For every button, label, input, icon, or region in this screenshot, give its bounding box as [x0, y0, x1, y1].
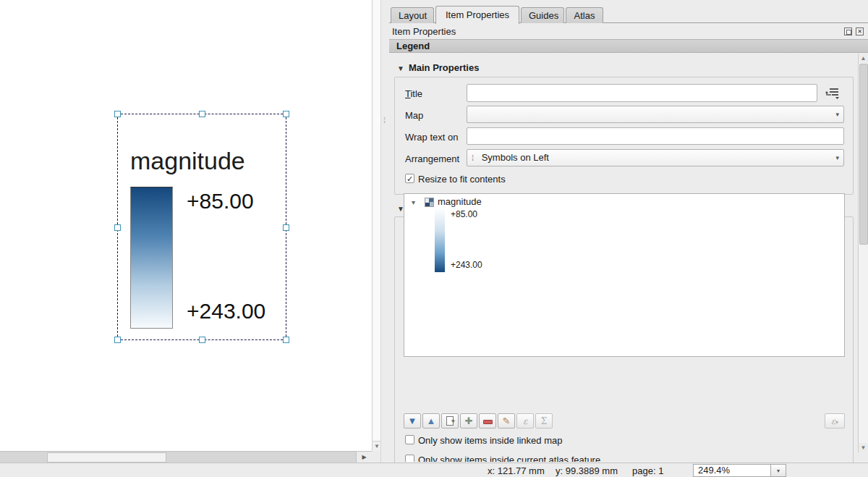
resize-handle-n[interactable]: [199, 111, 205, 117]
panel-scrollbar-thumb[interactable]: [859, 64, 868, 245]
cursor-y-readout: y: 99.3889 mm: [556, 465, 618, 476]
legend-items-toolbar: ▼ ▲ ✚ ✎ ε Σ ε▾: [404, 413, 845, 429]
cutoff-checkbox-row: Only show items inside current atlas fea…: [404, 454, 838, 462]
count-features-button: Σ: [535, 413, 553, 429]
legend-preview-min-label: +243.00: [187, 299, 265, 324]
zoom-level-input[interactable]: 249.4%: [693, 464, 771, 477]
item-type-header: Legend: [389, 39, 868, 53]
resize-handle-sw[interactable]: [114, 337, 121, 343]
chevron-down-icon: ▾: [835, 150, 839, 166]
remove-item-icon: [483, 420, 493, 424]
move-up-icon: ▲: [427, 415, 436, 426]
arrangement-label: Arrangement: [405, 153, 459, 164]
wrap-text-label: Wrap text on: [405, 132, 458, 143]
raster-layer-icon: [425, 198, 434, 207]
float-panel-icon[interactable]: [844, 28, 852, 35]
tab-guides[interactable]: Guides: [521, 7, 564, 23]
expression-button: ε: [516, 413, 534, 429]
qgis-layout-window: magnitude +85.00 +243.00 ▼ ▶ ⁞ ····· Lay…: [0, 0, 868, 477]
panel-splitter[interactable]: ⁞: [380, 0, 389, 463]
add-group-button[interactable]: [441, 413, 459, 429]
scroll-up-icon[interactable]: ▲: [859, 54, 868, 63]
add-item-button[interactable]: ✚: [460, 413, 477, 429]
page-readout: page: 1: [632, 465, 663, 476]
legend-preview-max-label: +85.00: [187, 189, 254, 214]
remove-item-button[interactable]: [479, 413, 496, 429]
panel-tabbar: Layout Item Properties Guides Atlas: [389, 6, 868, 23]
panel-title: Item Properties: [392, 26, 456, 37]
legend-preview-gradient-bar: [130, 187, 173, 329]
resize-to-fit-label: Resize to fit contents: [418, 174, 506, 185]
data-defined-expression-button: ε▾: [825, 413, 845, 429]
add-group-icon: [446, 416, 454, 426]
scroll-right-icon[interactable]: ▶: [356, 452, 372, 463]
scroll-down-icon[interactable]: ▼: [859, 443, 868, 452]
atlas-feature-checkbox[interactable]: [405, 455, 414, 462]
add-item-icon: ✚: [465, 415, 473, 426]
resize-handle-s[interactable]: [199, 337, 205, 343]
arrangement-combobox[interactable]: ⁞ Symbols on Left ▾: [467, 149, 844, 166]
tree-max-label: +85.00: [451, 209, 477, 219]
only-linked-map-checkbox[interactable]: [405, 435, 414, 444]
move-item-down-button[interactable]: ▼: [404, 413, 421, 429]
only-linked-map-label: Only show items inside linked map: [418, 435, 562, 446]
wrap-text-input[interactable]: [467, 127, 844, 145]
layout-canvas[interactable]: magnitude +85.00 +243.00: [0, 0, 372, 451]
resize-to-fit-checkbox[interactable]: ✓: [405, 174, 414, 183]
canvas-vertical-scrollbar[interactable]: ▼: [372, 0, 380, 451]
collapse-icon: ▼: [397, 64, 404, 72]
cursor-x-readout: x: 121.77 mm: [488, 465, 545, 476]
panel-scrollbar[interactable]: ▲ ▼: [858, 54, 868, 452]
count-icon: Σ: [541, 416, 547, 426]
map-label: Map: [405, 110, 423, 121]
edit-item-icon: ✎: [503, 415, 511, 426]
close-panel-icon[interactable]: ✕: [856, 28, 864, 35]
legend-items-tree[interactable]: ▾ magnitude +85.00 +243.00: [404, 193, 845, 357]
tree-layer-label[interactable]: magnitude: [438, 196, 482, 207]
zoom-dropdown-button[interactable]: ▾: [770, 464, 786, 477]
main-properties-header[interactable]: ▼Main Properties: [397, 62, 479, 73]
status-bar: x: 121.77 mm y: 99.3889 mm page: 1 249.4…: [0, 463, 868, 477]
edit-item-button[interactable]: ✎: [498, 413, 515, 429]
atlas-feature-label: Only show items inside current atlas fea…: [418, 455, 600, 462]
tree-expander-icon[interactable]: ▾: [412, 198, 415, 206]
title-input[interactable]: [467, 84, 817, 102]
resize-handle-se[interactable]: [283, 337, 289, 343]
tree-min-label: +243.00: [451, 260, 482, 270]
splitter-handle-icon: ⁞: [383, 118, 386, 123]
legend-preview-title: magnitude: [130, 147, 289, 175]
resize-handle-e[interactable]: [283, 224, 289, 231]
tree-gradient-ramp: [435, 208, 445, 272]
symbols-position-icon: ⁞: [472, 153, 474, 162]
move-item-up-button[interactable]: ▲: [422, 413, 440, 429]
tab-atlas[interactable]: Atlas: [566, 7, 603, 23]
resize-handle-nw[interactable]: [114, 111, 121, 117]
move-down-icon: ▼: [408, 415, 417, 426]
item-properties-panel: Layout Item Properties Guides Atlas Item…: [389, 0, 868, 463]
canvas-horizontal-scrollbar[interactable]: ▶: [0, 451, 372, 463]
map-combobox[interactable]: ▾: [467, 106, 844, 123]
title-label: Title: [405, 88, 422, 99]
expression-icon: ε: [523, 416, 527, 426]
hscroll-thumb[interactable]: [47, 452, 166, 463]
resize-handle-ne[interactable]: [283, 111, 289, 117]
chevron-down-icon: ▾: [835, 106, 839, 122]
dock-titlebar: Item Properties ✕: [391, 25, 867, 38]
resize-handle-w[interactable]: [114, 224, 121, 231]
chevron-down-icon: ▾: [777, 468, 780, 474]
chevron-down-icon: ▾: [835, 419, 838, 426]
tab-layout[interactable]: Layout: [391, 7, 434, 23]
tab-item-properties[interactable]: Item Properties: [435, 6, 519, 24]
insert-expression-icon[interactable]: [825, 86, 841, 100]
